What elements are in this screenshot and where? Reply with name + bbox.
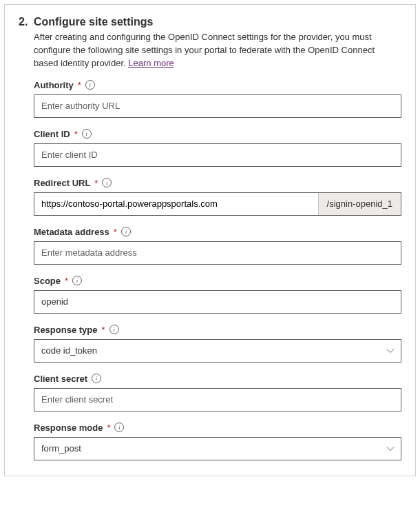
- redirect-url-label: Redirect URL: [34, 178, 90, 188]
- configure-site-settings-panel: 2. Configure site settings After creatin…: [4, 4, 416, 476]
- step-header: 2. Configure site settings: [19, 16, 401, 28]
- client-id-input[interactable]: [34, 143, 401, 167]
- info-icon[interactable]: i: [85, 80, 95, 90]
- metadata-input[interactable]: [34, 241, 401, 265]
- authority-input[interactable]: [34, 94, 401, 118]
- required-indicator: *: [65, 276, 68, 286]
- required-indicator: *: [114, 227, 117, 237]
- scope-label: Scope: [34, 276, 61, 286]
- response-type-label: Response type: [34, 325, 97, 335]
- info-icon[interactable]: i: [92, 374, 101, 383]
- field-response-type: Response type * i code id_token: [34, 325, 401, 363]
- response-mode-select[interactable]: form_post: [34, 437, 401, 460]
- field-authority: Authority * i: [34, 80, 401, 118]
- step-description: After creating and configuring the OpenI…: [34, 31, 401, 70]
- required-indicator: *: [94, 178, 98, 188]
- required-indicator: *: [101, 325, 105, 335]
- authority-label: Authority: [34, 80, 74, 90]
- client-id-label: Client ID: [34, 129, 70, 139]
- redirect-url-input[interactable]: [34, 193, 318, 215]
- step-title: Configure site settings: [34, 16, 153, 28]
- field-client-secret: Client secret i: [34, 374, 401, 412]
- response-type-select[interactable]: code id_token: [34, 339, 401, 363]
- learn-more-link[interactable]: Learn more: [128, 58, 174, 68]
- label-row: Client secret i: [34, 374, 401, 384]
- info-icon[interactable]: i: [121, 227, 131, 236]
- metadata-label: Metadata address: [34, 227, 109, 237]
- label-row: Response type * i: [34, 325, 401, 335]
- step-description-text: After creating and configuring the OpenI…: [34, 32, 375, 68]
- step-number: 2.: [19, 16, 30, 28]
- label-row: Response mode * i: [34, 423, 401, 433]
- label-row: Scope * i: [34, 276, 401, 286]
- field-redirect-url: Redirect URL * i /signin-openid_1: [34, 178, 401, 216]
- label-row: Redirect URL * i: [34, 178, 401, 188]
- field-metadata-address: Metadata address * i: [34, 227, 401, 265]
- info-icon[interactable]: i: [114, 423, 124, 432]
- scope-input[interactable]: [34, 290, 401, 314]
- redirect-url-input-group: /signin-openid_1: [34, 192, 401, 216]
- response-type-select-wrap: code id_token: [34, 339, 401, 363]
- response-mode-label: Response mode: [34, 423, 103, 433]
- field-response-mode: Response mode * i form_post: [34, 423, 401, 460]
- form-fields: Authority * i Client ID * i Redirect URL…: [34, 80, 401, 460]
- required-indicator: *: [78, 80, 81, 90]
- info-icon[interactable]: i: [102, 178, 112, 187]
- response-mode-select-wrap: form_post: [34, 437, 401, 460]
- label-row: Client ID * i: [34, 129, 401, 139]
- client-secret-input[interactable]: [34, 388, 401, 412]
- label-row: Metadata address * i: [34, 227, 401, 237]
- info-icon[interactable]: i: [82, 129, 92, 139]
- redirect-url-suffix: /signin-openid_1: [318, 193, 401, 215]
- client-secret-label: Client secret: [34, 374, 87, 384]
- info-icon[interactable]: i: [72, 276, 82, 285]
- field-client-id: Client ID * i: [34, 129, 401, 167]
- required-indicator: *: [74, 129, 78, 139]
- required-indicator: *: [107, 423, 110, 433]
- label-row: Authority * i: [34, 80, 401, 90]
- field-scope: Scope * i: [34, 276, 401, 314]
- info-icon[interactable]: i: [109, 325, 119, 334]
